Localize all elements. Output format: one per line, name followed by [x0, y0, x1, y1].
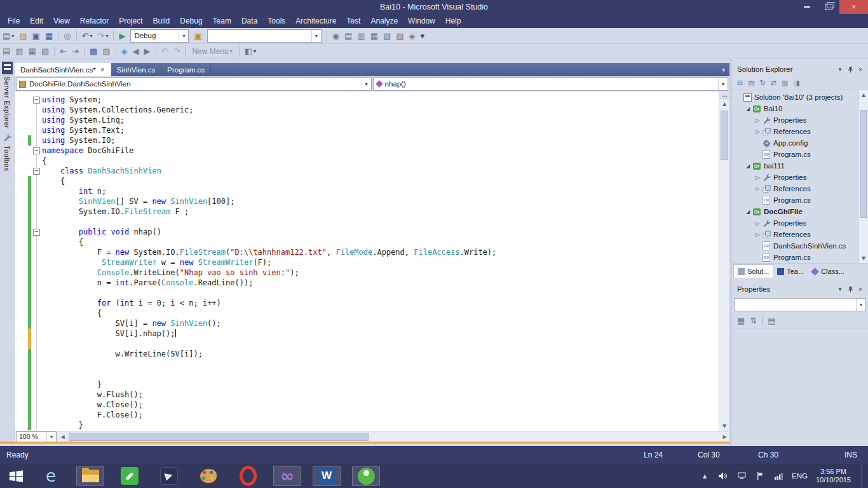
editor-horizontal-scrollbar[interactable]: 100 % ▾ ◀ ▶: [15, 431, 729, 442]
tree-item[interactable]: C#DanhSachSinhVien.cs: [732, 240, 858, 252]
clock[interactable]: 3:56 PM 10/10/2015: [816, 468, 851, 484]
collapse-arrow-icon[interactable]: ◢: [744, 163, 752, 169]
menu-item-test[interactable]: Test: [341, 15, 365, 28]
collapse-region-icon[interactable]: −: [33, 147, 40, 154]
properties-window-icon[interactable]: ▥: [355, 30, 367, 42]
hidden-icons-chevron-icon[interactable]: ▲: [700, 471, 710, 481]
editor-vertical-scrollbar[interactable]: ▲ ▼: [719, 92, 729, 431]
alphabetical-icon[interactable]: ⇅: [748, 315, 759, 327]
scroll-track[interactable]: [859, 100, 868, 254]
solution-explorer-header[interactable]: Solution Explorer ▾×: [732, 63, 868, 76]
solution-explorer-toggle-icon[interactable]: ▤: [342, 30, 354, 42]
code-text[interactable]: Console.WriteLine("Nhap vao so sinh vien…: [42, 268, 299, 278]
extensions-icon[interactable]: ◈: [407, 30, 417, 42]
close-tab-icon[interactable]: ×: [100, 66, 105, 74]
start-debug-icon[interactable]: ▶: [117, 30, 127, 42]
chevron-down-icon[interactable]: ▾: [179, 30, 188, 42]
code-text[interactable]: {: [42, 237, 83, 247]
expand-arrow-icon[interactable]: ▷: [754, 220, 761, 226]
dark-send-app-icon[interactable]: [155, 466, 183, 486]
coc-coc-browser-icon[interactable]: [352, 466, 380, 486]
document-tab[interactable]: Program.cs: [161, 63, 211, 76]
member-dropdown[interactable]: nhap() ▾: [373, 78, 729, 91]
scroll-up-icon[interactable]: ▲: [859, 90, 868, 100]
menu-item-architecture[interactable]: Architecture: [290, 15, 341, 28]
previous-bookmark-icon[interactable]: ◀: [131, 45, 141, 57]
expand-arrow-icon[interactable]: ▷: [754, 175, 761, 180]
scroll-thumb[interactable]: [721, 111, 728, 160]
tree-item[interactable]: ▷References: [732, 183, 858, 194]
debug-configuration-combo[interactable]: Debug ▾: [130, 29, 189, 43]
document-tab[interactable]: SinhVien.cs: [111, 63, 162, 76]
collapse-region-icon[interactable]: −: [33, 168, 40, 175]
code-text[interactable]: class DanhSachSinhVien: [42, 166, 161, 176]
code-text[interactable]: System.IO.FileStream F ;: [42, 207, 189, 217]
menu-item-tools[interactable]: Tools: [262, 15, 290, 28]
code-text[interactable]: F.Close();: [42, 410, 143, 420]
properties-object-combo[interactable]: ▾: [734, 298, 866, 311]
close-icon[interactable]: ×: [855, 64, 865, 74]
tree-item[interactable]: ▷Properties: [732, 217, 858, 229]
panel-tab-team[interactable]: Tea...: [773, 265, 808, 278]
preview-icon[interactable]: ◨: [791, 77, 801, 89]
code-text[interactable]: }: [42, 420, 83, 430]
side-tab-toolbox-explorer[interactable]: Toolbox: [2, 131, 13, 172]
quick-info-icon[interactable]: ▦: [27, 45, 38, 57]
window-position-icon[interactable]: ▾: [835, 64, 845, 74]
expand-arrow-icon[interactable]: ▷: [754, 129, 761, 135]
comment-icon[interactable]: ▩: [88, 45, 99, 57]
chevron-down-icon[interactable]: ▾: [718, 78, 728, 90]
network-icon[interactable]: [773, 471, 783, 481]
save-icon[interactable]: ▣: [31, 30, 42, 42]
tree-item[interactable]: ▷References: [732, 126, 858, 137]
restore-button[interactable]: [818, 0, 839, 14]
open-in-browser-icon[interactable]: ◉: [330, 30, 341, 42]
start-button[interactable]: [0, 466, 32, 486]
tree-item[interactable]: ▷Properties: [732, 172, 858, 183]
open-file-icon[interactable]: ▨: [17, 30, 29, 42]
properties-header[interactable]: Properties ▾×: [732, 283, 868, 295]
next-bookmark-icon[interactable]: ▶: [142, 45, 153, 57]
decrease-indent-icon[interactable]: ⇤: [58, 45, 69, 57]
chevron-down-icon[interactable]: ▾: [46, 432, 56, 442]
find-icon[interactable]: ◎: [62, 30, 72, 42]
pin-icon[interactable]: [845, 64, 855, 74]
paint-app-icon[interactable]: [194, 466, 222, 486]
document-tab[interactable]: DanhSachSinhVien.cs*×: [15, 63, 111, 76]
scroll-thumb[interactable]: [69, 433, 369, 441]
tree-item[interactable]: C#Program.cs: [732, 252, 858, 263]
split-handle[interactable]: [719, 92, 729, 99]
code-text[interactable]: w.WriteLine(SV[i]);: [42, 349, 203, 359]
undo-icon[interactable]: ↶▾: [80, 30, 95, 42]
expand-arrow-icon[interactable]: ▷: [754, 232, 761, 238]
expand-arrow-icon[interactable]: ▷: [754, 118, 761, 123]
menu-item-edit[interactable]: Edit: [25, 15, 48, 28]
document-list-dropdown-icon[interactable]: ▾: [722, 67, 725, 73]
show-desktop-button[interactable]: [862, 464, 867, 488]
collapse-all-icon[interactable]: ⊟: [735, 77, 745, 89]
code-text[interactable]: int n;: [42, 186, 106, 196]
collapse-arrow-icon[interactable]: ◢: [744, 106, 752, 112]
menu-item-view[interactable]: View: [48, 15, 75, 28]
property-pages-icon[interactable]: ▤: [766, 315, 777, 327]
word-icon[interactable]: W: [313, 466, 341, 486]
tree-item[interactable]: C#Program.cs: [732, 149, 858, 160]
member-list-icon[interactable]: ▤: [1, 45, 12, 57]
scroll-down-icon[interactable]: ▼: [859, 254, 868, 263]
display-icon[interactable]: [736, 471, 747, 481]
code-text[interactable]: namespace DocGhiFile: [42, 146, 134, 156]
collapse-arrow-icon[interactable]: ◢: [744, 209, 752, 215]
tree-item[interactable]: ◢C#DocGhiFile: [732, 206, 858, 217]
tree-item[interactable]: ◢C#Bai10: [732, 103, 858, 114]
side-tab-server-explorer[interactable]: Server Explorer: [2, 62, 13, 128]
code-text[interactable]: for (int i = 0; i < n; i++): [42, 298, 221, 308]
output-window-icon[interactable]: ▨: [394, 30, 405, 42]
code-text[interactable]: F = new System.IO.FileStream("D:\\tahnhn…: [42, 247, 496, 257]
menu-item-debug[interactable]: Debug: [175, 15, 207, 28]
internet-explorer-icon[interactable]: e: [37, 466, 65, 486]
zoom-combo[interactable]: 100 % ▾: [16, 431, 57, 442]
green-messenger-app-icon[interactable]: [116, 466, 144, 486]
save-all-icon[interactable]: ▦: [43, 30, 55, 42]
code-text[interactable]: using System.Collections.Generic;: [42, 105, 193, 115]
properties-icon[interactable]: ▥: [780, 77, 790, 89]
